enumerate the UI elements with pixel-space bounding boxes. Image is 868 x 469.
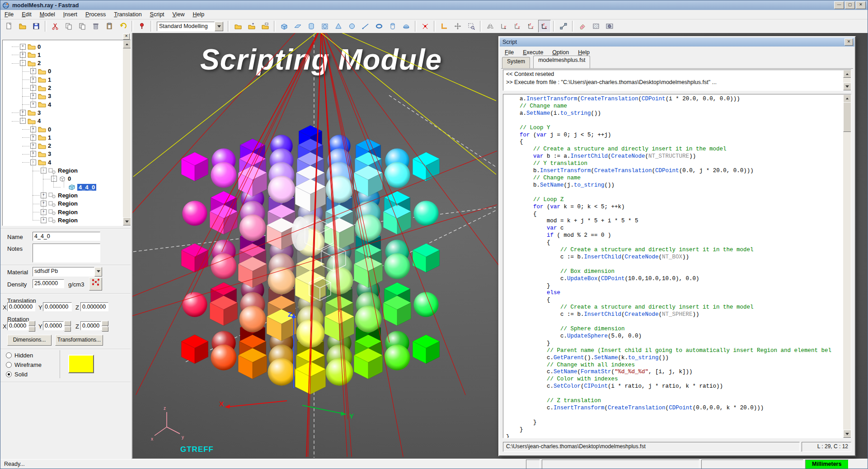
- scrollbar-thumb[interactable]: [843, 102, 851, 132]
- tree-item-0[interactable]: -0: [51, 175, 71, 183]
- collapse-icon[interactable]: -: [30, 159, 36, 165]
- expand-icon[interactable]: +: [41, 209, 47, 215]
- menu-process[interactable]: Process: [81, 10, 110, 19]
- scene-object[interactable]: [268, 176, 296, 203]
- expand-icon[interactable]: +: [30, 93, 36, 99]
- tree-item-3[interactable]: +3: [20, 108, 41, 117]
- scene-object[interactable]: [385, 345, 410, 371]
- scroll-down-icon[interactable]: [123, 217, 131, 225]
- tree-item-3[interactable]: +3: [30, 150, 51, 158]
- expand-icon[interactable]: +: [30, 68, 36, 74]
- shape-line-button[interactable]: [359, 20, 372, 33]
- expand-icon[interactable]: +: [30, 102, 36, 108]
- scene-object[interactable]: [326, 176, 353, 203]
- scene-object[interactable]: [355, 215, 382, 241]
- tree-scrollbar[interactable]: [123, 40, 131, 225]
- tree-item-1[interactable]: +1: [20, 51, 41, 59]
- launch-process-button[interactable]: [136, 20, 148, 33]
- expand-icon[interactable]: +: [30, 127, 36, 132]
- scene-object[interactable]: [211, 162, 237, 188]
- shape-sphere-box-button[interactable]: [319, 20, 331, 33]
- translation-y-input[interactable]: [43, 302, 72, 311]
- tab-modelmeshplus-fst[interactable]: modelmeshplus.fst: [533, 56, 590, 68]
- corner-tool-button[interactable]: [438, 20, 450, 33]
- expand-icon[interactable]: +: [30, 85, 36, 91]
- maximize-button[interactable]: ▢: [845, 1, 855, 9]
- translation-x-input[interactable]: [7, 302, 35, 311]
- expand-icon[interactable]: +: [30, 77, 36, 83]
- shape-tube-button[interactable]: [386, 20, 399, 33]
- tree-item-0[interactable]: +0: [20, 42, 41, 51]
- shape-torus-button[interactable]: [373, 20, 385, 33]
- script-editor[interactable]: a.InsertTransform(CreateTranslation(CDPo…: [503, 94, 851, 438]
- rotate-z-button[interactable]: zy: [511, 20, 524, 33]
- radio-solid[interactable]: Solid: [6, 371, 28, 378]
- collapse-icon[interactable]: -: [41, 168, 47, 174]
- modelling-mode-select[interactable]: Standard Modelling: [157, 22, 223, 31]
- script-menu-option[interactable]: Option: [548, 48, 573, 56]
- eraser-button[interactable]: [576, 20, 589, 33]
- expand-icon[interactable]: +: [41, 201, 47, 206]
- close-panel-icon[interactable]: ✕: [123, 33, 130, 40]
- rotation-x-input[interactable]: [7, 321, 28, 330]
- scroll-down-icon[interactable]: [843, 83, 851, 90]
- rotation-y-input[interactable]: [43, 321, 64, 330]
- editor-scrollbar[interactable]: [843, 94, 851, 438]
- tree-item-region[interactable]: -Region: [41, 167, 78, 175]
- hatch-fill-button[interactable]: [590, 20, 602, 33]
- tree-item-0[interactable]: +0: [30, 67, 51, 75]
- scroll-up-icon[interactable]: [843, 70, 851, 78]
- tree-item-3[interactable]: +3: [30, 92, 51, 100]
- scene-object[interactable]: [413, 292, 438, 317]
- align-z-button[interactable]: zy: [538, 20, 551, 33]
- delete-button[interactable]: [89, 20, 102, 33]
- rotate-y-button[interactable]: y: [497, 20, 510, 33]
- scene-object[interactable]: [413, 244, 439, 272]
- menu-model[interactable]: Model: [36, 10, 59, 19]
- expand-icon[interactable]: +: [30, 151, 36, 157]
- mirror-button[interactable]: [484, 20, 497, 33]
- scene-object[interactable]: [413, 152, 439, 181]
- scatter-points-button[interactable]: [419, 20, 432, 33]
- scroll-up-icon[interactable]: [843, 94, 851, 103]
- scene-object[interactable]: [385, 162, 410, 188]
- units-indicator[interactable]: Millimeters: [805, 460, 849, 469]
- cut-button[interactable]: [49, 20, 61, 33]
- shape-dome-button[interactable]: [400, 20, 413, 33]
- shape-box-button[interactable]: [278, 20, 291, 33]
- folder-view-button[interactable]: [259, 20, 272, 33]
- material-select[interactable]: sdfsdf Pb: [33, 267, 94, 277]
- collapse-icon[interactable]: -: [20, 60, 26, 66]
- material-dropdown-icon[interactable]: [94, 267, 102, 277]
- shape-cylinder-button[interactable]: [305, 20, 318, 33]
- scene-object[interactable]: [385, 253, 410, 279]
- translate-z-button[interactable]: zy: [525, 20, 537, 33]
- link-measure-button[interactable]: [557, 20, 570, 33]
- tree-item-region[interactable]: +Region: [41, 216, 78, 224]
- expand-icon[interactable]: +: [41, 217, 47, 223]
- rotation-z-input[interactable]: [80, 321, 101, 330]
- script-menu-help[interactable]: Help: [573, 48, 594, 56]
- scene-object[interactable]: [182, 201, 207, 225]
- new-file-button[interactable]: [3, 20, 15, 33]
- rotation-z-spinner[interactable]: [101, 321, 108, 330]
- close-button[interactable]: ✕: [856, 1, 866, 9]
- shape-sphere-button[interactable]: [346, 20, 358, 33]
- scene-object[interactable]: [239, 215, 266, 241]
- menu-edit[interactable]: Edit: [18, 10, 36, 19]
- paste-button[interactable]: [103, 20, 116, 33]
- tree-item-2[interactable]: +2: [30, 84, 51, 92]
- tree-item-2[interactable]: +2: [30, 142, 51, 150]
- shape-plane-button[interactable]: [291, 20, 304, 33]
- tab-system[interactable]: System: [502, 57, 530, 68]
- scene-object[interactable]: [211, 253, 237, 279]
- rotation-y-spinner[interactable]: [64, 321, 70, 330]
- move-tool-button[interactable]: [451, 20, 464, 33]
- shape-cone-button[interactable]: [332, 20, 345, 33]
- open-file-button[interactable]: [16, 20, 29, 33]
- notes-input[interactable]: [33, 244, 100, 263]
- tree-item-4_4_0[interactable]: 4_4_0: [61, 183, 96, 191]
- menu-view[interactable]: View: [169, 10, 189, 19]
- tree-item-4[interactable]: +4: [30, 100, 51, 108]
- name-input[interactable]: [33, 232, 100, 241]
